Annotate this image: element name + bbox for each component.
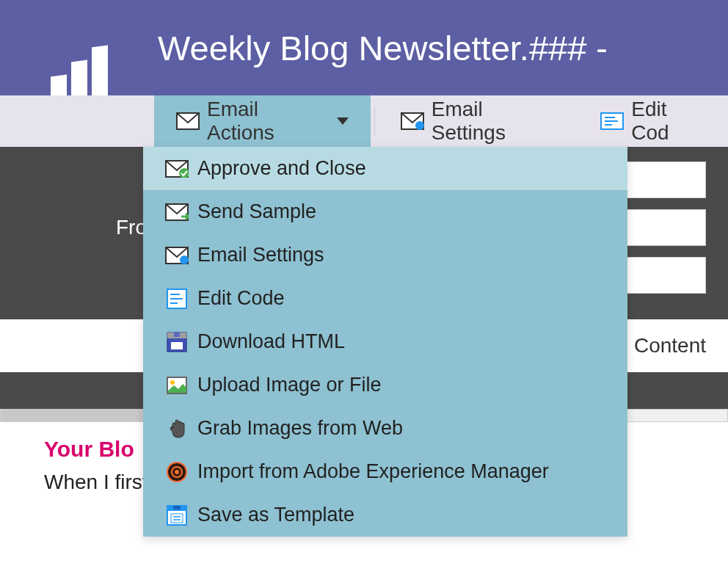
menu-label: Save as Template bbox=[197, 504, 354, 526]
svg-rect-30 bbox=[173, 506, 181, 509]
envelope-icon bbox=[176, 112, 200, 130]
from-label: Fro bbox=[88, 216, 147, 239]
send-icon bbox=[165, 202, 189, 222]
email-settings-button[interactable]: Email Settings bbox=[379, 95, 579, 147]
email-actions-dropdown: Approve and Close Send Sample Email Sett… bbox=[143, 147, 627, 537]
menu-email-settings[interactable]: Email Settings bbox=[143, 233, 627, 277]
menu-label: Approve and Close bbox=[197, 157, 366, 180]
code-icon bbox=[600, 112, 624, 130]
menu-import-adobe[interactable]: Import from Adobe Experience Manager bbox=[143, 450, 627, 493]
menu-approve-close[interactable]: Approve and Close bbox=[143, 147, 627, 190]
email-settings-label: Email Settings bbox=[432, 98, 557, 145]
menu-send-sample[interactable]: Send Sample bbox=[143, 190, 627, 233]
toolbar: Email Actions Email Settings Edit Cod bbox=[0, 95, 728, 147]
menu-label: Email Settings bbox=[197, 244, 324, 266]
svg-point-24 bbox=[175, 470, 179, 474]
image-icon bbox=[165, 375, 189, 396]
svg-point-11 bbox=[180, 255, 189, 264]
page-title: Weekly Blog Newsletter.### - bbox=[158, 28, 608, 68]
menu-edit-code[interactable]: Edit Code bbox=[143, 277, 627, 320]
email-actions-button[interactable]: Email Actions bbox=[154, 95, 371, 147]
edit-code-button[interactable]: Edit Cod bbox=[578, 95, 728, 147]
menu-download-html[interactable]: Download HTML bbox=[143, 320, 627, 363]
menu-label: Download HTML bbox=[197, 330, 345, 353]
menu-label: Send Sample bbox=[197, 200, 316, 223]
menu-label: Grab Images from Web bbox=[197, 417, 403, 440]
save-icon bbox=[165, 505, 189, 526]
download-icon bbox=[165, 332, 189, 352]
envelope-gear-icon bbox=[165, 245, 189, 266]
menu-upload-image[interactable]: Upload Image or File bbox=[143, 363, 627, 407]
menu-label: Upload Image or File bbox=[197, 374, 382, 396]
email-actions-label: Email Actions bbox=[207, 98, 324, 145]
code-icon bbox=[165, 288, 189, 309]
adobe-icon bbox=[165, 462, 189, 482]
approve-icon bbox=[165, 159, 189, 179]
svg-rect-27 bbox=[171, 514, 183, 523]
menu-grab-images[interactable]: Grab Images from Web bbox=[143, 407, 627, 450]
svg-point-2 bbox=[415, 121, 424, 130]
svg-rect-19 bbox=[174, 333, 180, 337]
hand-icon bbox=[165, 418, 189, 439]
edit-code-label: Edit Cod bbox=[631, 98, 706, 145]
menu-label: Edit Code bbox=[197, 287, 285, 310]
header-bar: Weekly Blog Newsletter.### - bbox=[0, 0, 728, 95]
menu-save-template[interactable]: Save as Template bbox=[143, 493, 627, 537]
menu-label: Import from Adobe Experience Manager bbox=[197, 460, 549, 483]
toolbar-divider bbox=[374, 106, 375, 136]
svg-point-21 bbox=[170, 380, 175, 385]
svg-rect-18 bbox=[171, 342, 183, 349]
chevron-down-icon bbox=[337, 117, 349, 125]
envelope-gear-icon bbox=[401, 112, 424, 130]
